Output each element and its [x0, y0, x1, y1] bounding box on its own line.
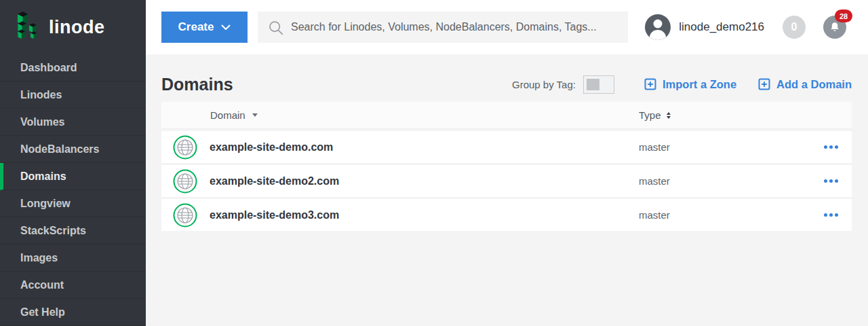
domain-name: example-site-demo3.com [210, 209, 339, 221]
domain-type: master [639, 175, 814, 187]
sidebar-item-label: Domains [20, 170, 66, 183]
linode-cubes-icon [14, 11, 42, 43]
column-header-type[interactable]: Type [639, 109, 814, 121]
add-a-domain-link[interactable]: Add a Domain [758, 78, 852, 91]
sort-up-down-icon [667, 112, 671, 119]
sidebar-item-nodebalancers[interactable]: NodeBalancers [0, 136, 146, 163]
import-a-zone-link[interactable]: Import a Zone [644, 78, 736, 91]
page-title: Domains [161, 75, 233, 94]
create-button[interactable]: Create [161, 12, 248, 43]
domains-table: Domain Type [161, 102, 852, 231]
domain-cell: example-site-demo.com [161, 135, 639, 160]
table-body: example-site-demo.com master [161, 131, 852, 231]
sidebar-item-stackscripts[interactable]: StackScripts [0, 217, 146, 244]
globe-icon [173, 169, 197, 194]
sidebar-item-longview[interactable]: Longview [0, 190, 146, 217]
domain-name: example-site-demo.com [210, 141, 333, 153]
import-a-zone-label: Import a Zone [663, 78, 736, 91]
main-content: Domains Group by Tag: Import a Zone [146, 54, 868, 326]
sidebar-item-linodes[interactable]: Linodes [0, 82, 146, 109]
create-button-label: Create [178, 20, 214, 34]
sidebar-item-label: Linodes [20, 89, 62, 101]
search-bar[interactable] [258, 12, 628, 43]
toggle-knob [587, 79, 599, 90]
domain-type: master [639, 141, 814, 153]
sidebar-item-label: Dashboard [20, 62, 77, 74]
notifications-button[interactable]: 28 [823, 16, 846, 39]
sidebar-item-account[interactable]: Account [0, 272, 146, 299]
sidebar-item-domains[interactable]: Domains [0, 163, 146, 190]
sidebar-nav: Dashboard Linodes Volumes NodeBalancers … [0, 54, 146, 326]
chevron-down-icon [221, 24, 231, 31]
notifications-count-badge: 28 [835, 10, 852, 22]
topbar: Create linode_demo216 0 [146, 0, 868, 54]
sidebar-item-volumes[interactable]: Volumes [0, 109, 146, 136]
plus-square-icon [644, 78, 656, 90]
sidebar-item-label: Volumes [20, 116, 65, 128]
table-row[interactable]: example-site-demo.com master [161, 131, 852, 163]
sidebar-item-label: Images [20, 252, 58, 264]
events-count-badge[interactable]: 0 [783, 16, 806, 39]
sidebar-item-get-help[interactable]: Get Help [0, 299, 146, 326]
domain-name: example-site-demo2.com [210, 175, 339, 187]
search-input[interactable] [291, 21, 618, 33]
search-icon [267, 19, 284, 36]
sort-caret-down-icon [252, 113, 258, 117]
user-avatar[interactable] [645, 14, 671, 40]
group-by-tag-label: Group by Tag: [512, 79, 576, 90]
logo-wordmark: linode [49, 17, 105, 38]
sidebar-item-label: Get Help [20, 306, 65, 319]
page-header: Domains Group by Tag: Import a Zone [161, 73, 852, 95]
username[interactable]: linode_demo216 [679, 20, 764, 34]
column-header-domain[interactable]: Domain [161, 109, 639, 121]
row-actions-ellipsis-icon[interactable] [814, 145, 852, 149]
sidebar-item-dashboard[interactable]: Dashboard [0, 54, 146, 82]
table-row[interactable]: example-site-demo3.com master [161, 199, 852, 231]
domain-type: master [639, 209, 814, 221]
sidebar-item-label: NodeBalancers [20, 143, 100, 156]
row-actions-ellipsis-icon[interactable] [814, 213, 852, 217]
sidebar-item-label: Longview [20, 198, 71, 210]
domain-cell: example-site-demo3.com [161, 203, 639, 228]
group-by-tag-toggle[interactable] [583, 75, 614, 94]
table-header-row: Domain Type [161, 102, 852, 129]
globe-icon [173, 135, 197, 160]
row-actions-ellipsis-icon[interactable] [814, 179, 852, 183]
sidebar-item-images[interactable]: Images [0, 244, 146, 272]
sidebar-item-label: Account [20, 279, 64, 291]
table-row[interactable]: example-site-demo2.com master [161, 165, 852, 197]
sidebar-item-label: StackScripts [20, 225, 86, 237]
globe-icon [173, 203, 197, 228]
linode-logo[interactable]: linode [0, 0, 146, 54]
plus-square-icon [758, 78, 770, 90]
sidebar: linode Dashboard Linodes Volumes NodeBal… [0, 0, 146, 326]
domain-cell: example-site-demo2.com [161, 169, 639, 194]
add-a-domain-label: Add a Domain [776, 78, 852, 91]
column-header-domain-label: Domain [210, 109, 245, 121]
column-header-type-label: Type [639, 109, 661, 121]
